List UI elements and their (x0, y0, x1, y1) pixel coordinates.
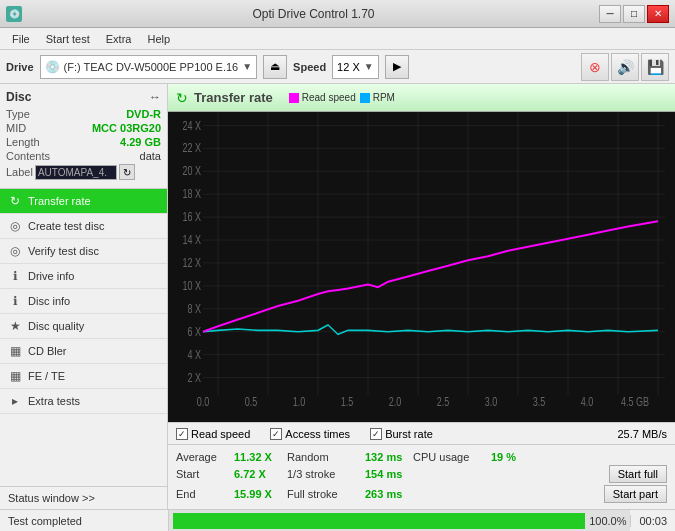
check-burst-rate: Burst rate (370, 428, 433, 440)
nav-item-extra-tests[interactable]: ▸ Extra tests (0, 389, 167, 414)
nav-item-drive-info[interactable]: ℹ Drive info (0, 264, 167, 289)
speed-label: Speed (293, 61, 326, 73)
menu-bar: File Start test Extra Help (0, 28, 675, 50)
disc-info-panel: Disc ↔ Type DVD-R MID MCC 03RG20 Length … (0, 84, 167, 189)
menu-help[interactable]: Help (139, 31, 178, 47)
stroke1-value: 154 ms (365, 468, 405, 480)
fe-te-icon: ▦ (8, 369, 22, 383)
check-read-speed: Read speed (176, 428, 250, 440)
stats-row-start: Start 6.72 X 1/3 stroke 154 ms Start ful… (176, 465, 667, 483)
nav-label-fe-te: FE / TE (28, 370, 65, 382)
status-bar: Test completed 100.0% 00:03 (0, 509, 675, 531)
nav-item-fe-te[interactable]: ▦ FE / TE (0, 364, 167, 389)
svg-text:16 X: 16 X (182, 210, 201, 224)
sidebar: Disc ↔ Type DVD-R MID MCC 03RG20 Length … (0, 84, 168, 509)
menu-start-test[interactable]: Start test (38, 31, 98, 47)
disc-toggle-arrow[interactable]: ↔ (149, 90, 161, 104)
speed-value: 12 X (337, 61, 360, 73)
svg-text:24 X: 24 X (182, 118, 201, 132)
progress-container: 100.0% (168, 510, 630, 531)
nav-item-transfer-rate[interactable]: ↻ Transfer rate (0, 189, 167, 214)
info-icon[interactable]: 🔊 (611, 53, 639, 81)
random-label: Random (287, 451, 357, 463)
nav-item-create-test-disc[interactable]: ◎ Create test disc (0, 214, 167, 239)
svg-text:18 X: 18 X (182, 187, 201, 201)
svg-text:3.0: 3.0 (485, 394, 498, 408)
drive-selector[interactable]: 💿 (F:) TEAC DV-W5000E PP100 E.16 ▼ (40, 55, 258, 79)
nav-item-disc-info[interactable]: ℹ Disc info (0, 289, 167, 314)
stats-row-average: Average 11.32 X Random 132 ms CPU usage … (176, 451, 667, 463)
svg-text:8 X: 8 X (187, 301, 201, 315)
save-icon[interactable]: 💾 (641, 53, 669, 81)
nav-label-drive-info: Drive info (28, 270, 74, 282)
cd-bler-icon: ▦ (8, 344, 22, 358)
window-title: Opti Drive Control 1.70 (28, 7, 599, 21)
burst-rate-display: 25.7 MB/s (617, 428, 667, 440)
erase-icon[interactable]: ⊗ (581, 53, 609, 81)
nav-item-disc-quality[interactable]: ★ Disc quality (0, 314, 167, 339)
svg-text:10 X: 10 X (182, 279, 201, 293)
toolbar-icons: ⊗ 🔊 💾 (581, 53, 669, 81)
nav-item-cd-bler[interactable]: ▦ CD Bler (0, 339, 167, 364)
burst-rate-value: 25.7 MB/s (617, 428, 667, 440)
close-button[interactable]: ✕ (647, 5, 669, 23)
svg-text:3.5: 3.5 (533, 394, 546, 408)
drive-eject-button[interactable]: ⏏ (263, 55, 287, 79)
legend-rpm-label: RPM (373, 92, 395, 103)
drive-bar: Drive 💿 (F:) TEAC DV-W5000E PP100 E.16 ▼… (0, 50, 675, 84)
chart-header: ↻ Transfer rate Read speed RPM (168, 84, 675, 112)
svg-text:0.5: 0.5 (245, 394, 258, 408)
status-window-button[interactable]: Status window >> (0, 486, 167, 509)
svg-text:6 X: 6 X (187, 324, 201, 338)
nav-item-verify-test-disc[interactable]: ◎ Verify test disc (0, 239, 167, 264)
access-times-checkbox[interactable] (270, 428, 282, 440)
window-controls: ─ □ ✕ (599, 5, 669, 23)
speed-selector[interactable]: 12 X ▼ (332, 55, 379, 79)
svg-rect-0 (168, 112, 675, 422)
nav-label-disc-info: Disc info (28, 295, 70, 307)
legend-read-speed: Read speed (289, 92, 356, 103)
nav-label-create-test-disc: Create test disc (28, 220, 104, 232)
start-part-button[interactable]: Start part (604, 485, 667, 503)
drive-label: Drive (6, 61, 34, 73)
disc-contents-label: Contents (6, 150, 50, 162)
start-label: Start (176, 468, 226, 480)
nav-label-extra-tests: Extra tests (28, 395, 80, 407)
progress-label: 100.0% (589, 515, 626, 527)
read-speed-check-label: Read speed (191, 428, 250, 440)
stroke1-label: 1/3 stroke (287, 468, 357, 480)
nav-list: ↻ Transfer rate ◎ Create test disc ◎ Ver… (0, 189, 167, 414)
maximize-button[interactable]: □ (623, 5, 645, 23)
end-value: 15.99 X (234, 488, 279, 500)
chart-legend: Read speed RPM (289, 92, 395, 103)
disc-label-input[interactable] (35, 165, 117, 180)
nav-label-cd-bler: CD Bler (28, 345, 67, 357)
svg-text:1.0: 1.0 (293, 394, 306, 408)
chart-icon: ↻ (176, 90, 188, 106)
cpu-label: CPU usage (413, 451, 483, 463)
full-stroke-label: Full stroke (287, 488, 357, 500)
disc-label-refresh-button[interactable]: ↻ (119, 164, 135, 180)
speed-apply-button[interactable]: ▶ (385, 55, 409, 79)
start-full-button[interactable]: Start full (609, 465, 667, 483)
disc-info-icon: ℹ (8, 294, 22, 308)
disc-length-label: Length (6, 136, 40, 148)
disc-panel-title: Disc (6, 90, 31, 104)
burst-rate-checkbox[interactable] (370, 428, 382, 440)
cpu-value: 19 % (491, 451, 521, 463)
start-value: 6.72 X (234, 468, 279, 480)
chart-title: Transfer rate (194, 90, 273, 105)
read-speed-checkbox[interactable] (176, 428, 188, 440)
drive-value: (F:) TEAC DV-W5000E PP100 E.16 (64, 61, 239, 73)
disc-quality-icon: ★ (8, 319, 22, 333)
svg-text:4.5 GB: 4.5 GB (621, 394, 649, 408)
average-value: 11.32 X (234, 451, 279, 463)
legend-read-speed-label: Read speed (302, 92, 356, 103)
create-test-disc-icon: ◎ (8, 219, 22, 233)
menu-extra[interactable]: Extra (98, 31, 140, 47)
svg-text:2.0: 2.0 (389, 394, 402, 408)
minimize-button[interactable]: ─ (599, 5, 621, 23)
svg-text:4 X: 4 X (187, 347, 201, 361)
disc-type-value: DVD-R (126, 108, 161, 120)
menu-file[interactable]: File (4, 31, 38, 47)
